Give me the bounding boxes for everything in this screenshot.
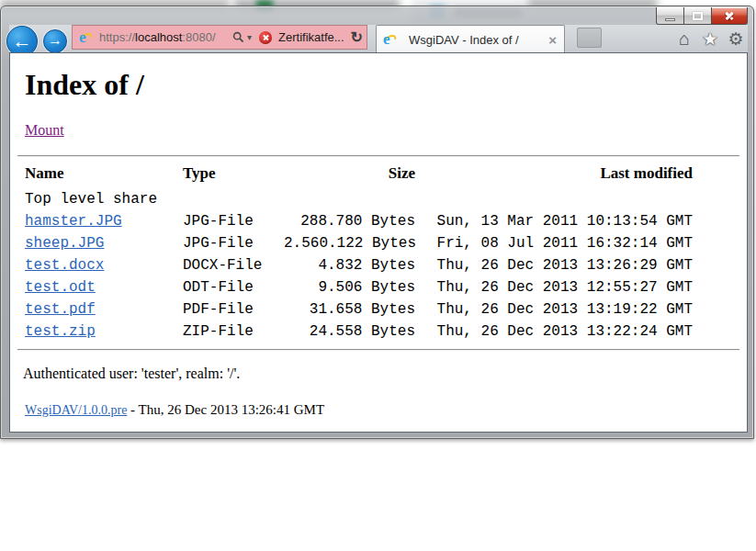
page-viewport: Index of / Mount Name Type Size Last mod… xyxy=(9,52,748,433)
maximize-button[interactable] xyxy=(683,7,712,25)
file-link[interactable]: test.odt xyxy=(25,279,96,296)
tab-close-icon[interactable]: × xyxy=(547,32,559,48)
close-button[interactable] xyxy=(711,7,748,25)
table-header-row: Name Type Size Last modified xyxy=(25,164,693,188)
column-header-type: Type xyxy=(183,164,284,188)
chevron-down-icon[interactable]: ▾ xyxy=(247,32,252,42)
size-cell: 4.832 Bytes xyxy=(284,254,415,276)
column-header-modified: Last modified xyxy=(415,164,693,188)
url-text[interactable]: https://localhost:8080/ xyxy=(99,30,232,44)
divider xyxy=(17,349,739,351)
type-cell: JPG-File xyxy=(183,232,284,254)
table-row: test.docx DOCX-File 4.832 Bytes Thu, 26 … xyxy=(25,254,693,276)
file-link[interactable]: sheep.JPG xyxy=(25,235,104,252)
type-cell: DOCX-File xyxy=(183,254,284,276)
certificate-error-label[interactable]: Zertifikatfe... xyxy=(278,30,344,44)
settings-button[interactable]: ⚙ xyxy=(724,28,748,50)
tab-wsgidav[interactable]: e WsgiDAV - Index of / × xyxy=(376,25,565,53)
table-row: test.zip ZIP-File 24.558 Bytes Thu, 26 D… xyxy=(25,320,693,343)
directory-listing-table: Name Type Size Last modified Top level s… xyxy=(25,164,693,343)
tab-title: WsgiDAV - Index of / xyxy=(409,33,547,47)
wsgidav-version-link[interactable]: WsgiDAV/1.0.0.pre xyxy=(25,403,127,417)
column-header-size: Size xyxy=(284,164,415,188)
type-cell: ODT-File xyxy=(183,276,284,298)
type-cell: JPG-File xyxy=(183,210,284,232)
divider xyxy=(17,155,739,157)
browser-window: ← → e https://localhost:8080/ ▾ Zertifik… xyxy=(0,6,754,439)
type-cell: PDF-File xyxy=(183,298,284,320)
forward-button[interactable]: → xyxy=(43,29,67,53)
ie-favicon: e xyxy=(78,30,94,45)
table-row: sheep.JPG JPG-File 2.560.122 Bytes Fri, … xyxy=(25,232,693,254)
star-icon: ★ xyxy=(702,28,717,50)
table-row: test.pdf PDF-File 31.658 Bytes Thu, 26 D… xyxy=(25,298,693,320)
file-link[interactable]: hamster.JPG xyxy=(25,213,122,230)
table-row: test.odt ODT-File 9.506 Bytes Thu, 26 De… xyxy=(25,276,693,298)
size-cell: 2.560.122 Bytes xyxy=(284,232,415,254)
maximize-icon xyxy=(693,12,703,20)
mount-link[interactable]: Mount xyxy=(25,122,64,138)
modified-cell: Thu, 26 Dec 2013 13:26:29 GMT xyxy=(415,254,693,276)
server-signature: WsgiDAV/1.0.0.pre - Thu, 26 Dec 2013 13:… xyxy=(25,402,739,418)
file-link[interactable]: test.zip xyxy=(25,323,96,340)
modified-cell: Thu, 26 Dec 2013 12:55:27 GMT xyxy=(415,276,693,298)
ie-favicon: e xyxy=(382,32,398,47)
share-label: Top level share xyxy=(25,188,693,210)
modified-cell: Fri, 08 Jul 2011 16:32:14 GMT xyxy=(415,232,693,254)
favorites-button[interactable]: ★ xyxy=(698,28,722,50)
server-timestamp: - Thu, 26 Dec 2013 13:26:41 GMT xyxy=(127,402,324,417)
window-controls xyxy=(657,7,748,25)
search-icon[interactable] xyxy=(232,31,244,43)
gear-icon: ⚙ xyxy=(728,28,743,50)
url-port-path: :8080/ xyxy=(182,30,215,44)
table-row: hamster.JPG JPG-File 288.780 Bytes Sun, … xyxy=(25,210,693,232)
type-cell: ZIP-File xyxy=(183,320,284,343)
home-icon: ⌂ xyxy=(679,28,690,50)
address-bar[interactable]: e https://localhost:8080/ ▾ Zertifikatfe… xyxy=(72,25,367,50)
size-cell: 31.658 Bytes xyxy=(284,298,415,320)
close-icon xyxy=(724,10,735,21)
new-tab-button[interactable] xyxy=(577,28,602,48)
url-scheme: https:// xyxy=(99,30,135,44)
size-cell: 24.558 Bytes xyxy=(284,320,415,343)
forward-arrow-icon: → xyxy=(48,33,62,48)
url-host: localhost xyxy=(135,30,182,44)
page-title: Index of / xyxy=(25,68,739,102)
authenticated-user-text: Authenticated user: 'tester', realm: '/'… xyxy=(23,365,739,382)
modified-cell: Sun, 13 Mar 2011 10:13:54 GMT xyxy=(415,210,693,232)
screen: ← → e https://localhost:8080/ ▾ Zertifik… xyxy=(0,0,756,551)
size-cell: 9.506 Bytes xyxy=(284,276,415,298)
share-label-row: Top level share xyxy=(25,188,693,210)
refresh-icon[interactable]: ↻ xyxy=(351,30,363,45)
file-link[interactable]: test.pdf xyxy=(25,301,96,318)
minimize-button[interactable] xyxy=(656,7,684,25)
file-link[interactable]: test.docx xyxy=(25,257,104,274)
minimize-icon xyxy=(665,18,675,21)
back-arrow-icon: ← xyxy=(13,31,32,51)
modified-cell: Thu, 26 Dec 2013 13:19:22 GMT xyxy=(415,298,693,320)
column-header-name: Name xyxy=(25,164,183,188)
modified-cell: Thu, 26 Dec 2013 13:22:24 GMT xyxy=(415,320,693,343)
certificate-error-icon[interactable] xyxy=(259,31,272,44)
size-cell: 288.780 Bytes xyxy=(284,210,415,232)
home-button[interactable]: ⌂ xyxy=(672,28,696,50)
